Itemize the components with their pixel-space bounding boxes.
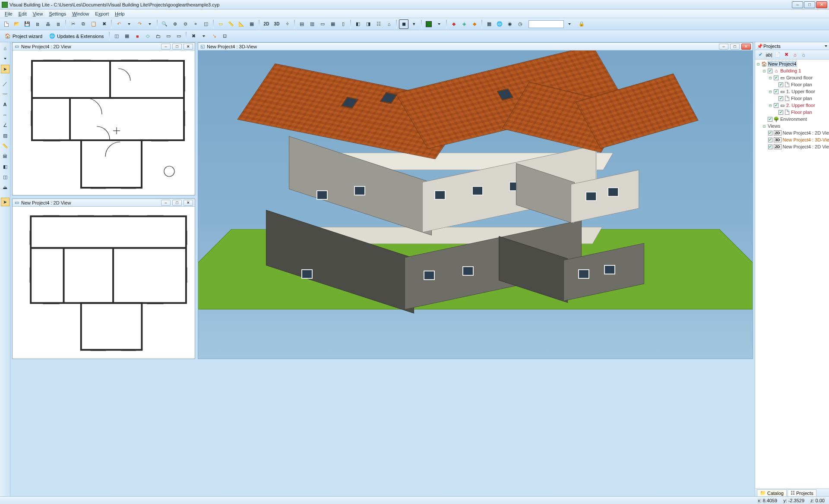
view-3d-icon[interactable]: 3D [272, 19, 282, 29]
zoom-fit-icon[interactable]: 🔍 [160, 19, 169, 29]
scene-3d-canvas[interactable] [198, 50, 753, 359]
tile-horizontal-icon[interactable]: ▤ [297, 19, 307, 29]
updates-button[interactable]: 🌐 Updates & Extensions [46, 32, 107, 41]
tree-checkbox[interactable]: ✔ [768, 145, 772, 149]
mdi-2d-view-a[interactable]: ▭ New Project4 : 2D View – □ ✕ [12, 42, 195, 195]
check-icon[interactable]: ✔ [757, 51, 764, 58]
ruler-icon[interactable]: 📏 [226, 19, 236, 29]
select-icon[interactable]: ▭ [216, 19, 225, 29]
save-icon[interactable]: 💾 [22, 19, 32, 29]
house-red-icon[interactable]: ⌂ [791, 51, 798, 58]
mdi-close-button[interactable]: ✕ [184, 44, 193, 50]
new-icon[interactable] [2, 19, 11, 29]
tree-root[interactable]: New Project4 [768, 61, 796, 66]
print-icon[interactable]: 🖶 [43, 19, 53, 29]
tree-checkbox[interactable]: ✔ [774, 103, 778, 108]
input-dropdown-icon[interactable] [565, 19, 574, 29]
paste-icon[interactable]: 📋 [89, 19, 98, 29]
tools-icon[interactable]: ✖ [189, 32, 198, 41]
open-icon[interactable]: 📂 [12, 19, 22, 29]
section-icon[interactable]: ✧ [282, 19, 292, 29]
tab-catalog[interactable]: 📁 Catalog [757, 489, 787, 496]
mdi-3d-view[interactable]: ◱ New Project4 : 3D-View – □ ✕ [198, 42, 753, 359]
render-icon[interactable]: ◉ [505, 19, 515, 29]
mdi-close-button[interactable]: ✕ [184, 200, 193, 206]
tree-view-2[interactable]: New Project4 : 3D-View [783, 137, 829, 142]
menu-file[interactable]: File [2, 10, 16, 17]
tree-views[interactable]: Views [768, 123, 780, 129]
tree-ground-plan[interactable]: Floor plan [791, 82, 812, 87]
tree-toggle[interactable]: ⊟ [762, 124, 766, 129]
project-wizard-button[interactable]: 🏠 Project wizard [2, 32, 45, 41]
menu-edit[interactable]: Edit [16, 10, 30, 17]
mdi-max-button[interactable]: □ [172, 44, 182, 50]
cut-icon[interactable]: ✂ [68, 19, 78, 29]
tree-upper2[interactable]: 2. Upper floor [786, 103, 815, 108]
tools-dropdown-icon[interactable] [199, 32, 209, 41]
line-tool-icon[interactable]: ／ [1, 79, 9, 88]
view-tool-icon[interactable]: ◫ [1, 173, 9, 181]
new-folder-icon[interactable]: 📄 [774, 51, 781, 58]
pin-icon[interactable]: 📌 [757, 44, 762, 49]
mdi-min-button[interactable]: – [161, 200, 171, 206]
zoom-in-icon[interactable]: ⊕ [170, 19, 180, 29]
tab-projects[interactable]: ☷ Projects [788, 489, 816, 496]
zoom-out-icon[interactable]: ⊖ [180, 19, 190, 29]
building-parts-icon[interactable]: 🏛 [1, 152, 9, 161]
tree-checkbox[interactable]: ✔ [778, 110, 783, 115]
section-tool-icon[interactable]: ◧ [1, 162, 9, 171]
globe-icon[interactable]: 🌐 [495, 19, 504, 29]
tree-environment[interactable]: Environment [780, 117, 807, 122]
tree-checkbox[interactable]: ✔ [774, 89, 778, 94]
grid-icon[interactable]: ▦ [247, 19, 256, 29]
arrange-icon[interactable]: ▯ [339, 19, 348, 29]
panel-toggle-4-icon[interactable]: ◇ [143, 32, 152, 41]
panel-toggle-7-icon[interactable]: ▭ [174, 32, 184, 41]
copy-icon[interactable]: ⧉ [79, 19, 88, 29]
rename-icon[interactable]: ab| [766, 51, 772, 58]
panel-toggle-6-icon[interactable]: ▭ [164, 32, 173, 41]
color-swatch[interactable] [424, 19, 433, 29]
panel-dropdown-icon[interactable] [825, 45, 827, 47]
measure-tool-icon[interactable]: 📏 [1, 142, 9, 150]
tree-building[interactable]: Building 1 [780, 68, 801, 73]
tree-toggle[interactable]: ⊟ [768, 103, 772, 108]
hatch-tool-icon[interactable]: ▨ [1, 131, 9, 140]
menu-settings[interactable]: Settings [46, 10, 69, 17]
panel-toggle-3-icon[interactable]: ■ [133, 32, 142, 41]
mdi-max-button[interactable]: □ [172, 200, 182, 206]
tree-toggle[interactable]: ⊟ [762, 69, 766, 73]
mdi-2d-view-b[interactable]: ▭ New Project4 : 2D View – □ ✕ [12, 198, 195, 359]
tree-view-3[interactable]: New Project4 : 2D View [783, 144, 829, 149]
delete-tree-icon[interactable]: ✖ [783, 51, 790, 58]
selfilter-icon[interactable]: ▾ [409, 19, 419, 29]
print-preview-icon[interactable]: 🗏 [54, 19, 63, 29]
tree-checkbox[interactable]: ✔ [774, 76, 778, 80]
maximize-button[interactable]: □ [804, 1, 815, 8]
cascade-icon[interactable]: ▭ [318, 19, 327, 29]
measure-icon[interactable]: ↘ [209, 32, 219, 41]
tree-checkbox[interactable]: ✔ [768, 69, 772, 73]
menu-help[interactable]: Help [112, 10, 128, 17]
tree-ground[interactable]: Ground floor [786, 75, 813, 80]
tree-toggle[interactable]: ⊟ [768, 89, 772, 94]
select-tool-icon[interactable]: ➤ [1, 198, 9, 206]
view-2d-icon[interactable]: 2D [262, 19, 271, 29]
mdi-max-button[interactable]: □ [730, 44, 740, 50]
ruler-vert-icon[interactable]: 📐 [237, 19, 246, 29]
angle-tool-icon[interactable]: ∠ [1, 121, 9, 129]
material-orange-icon[interactable]: ◆ [470, 19, 479, 29]
floors-icon[interactable]: ☷ [374, 19, 383, 29]
menu-export[interactable]: Export [92, 10, 112, 17]
menu-window[interactable]: Window [69, 10, 92, 17]
dropdown-1-icon[interactable] [1, 54, 9, 63]
tree-toggle[interactable]: ⊟ [756, 62, 760, 66]
floorplan-b-canvas[interactable] [13, 207, 195, 359]
tree-toggle[interactable]: ⊟ [768, 76, 772, 80]
text-tool-icon[interactable]: A [1, 100, 9, 109]
tree-checkbox[interactable]: ✔ [768, 138, 772, 142]
project-tree[interactable]: ⊟ 🏠 New Project4 ⊟ ✔ ⌂ Building 1 ⊟ ✔ ▭ … [755, 60, 829, 488]
zoom-selected-icon[interactable]: ◫ [201, 19, 211, 29]
floorplan-a-canvas[interactable] [13, 50, 195, 195]
texture-icon[interactable]: ▩ [484, 19, 494, 29]
